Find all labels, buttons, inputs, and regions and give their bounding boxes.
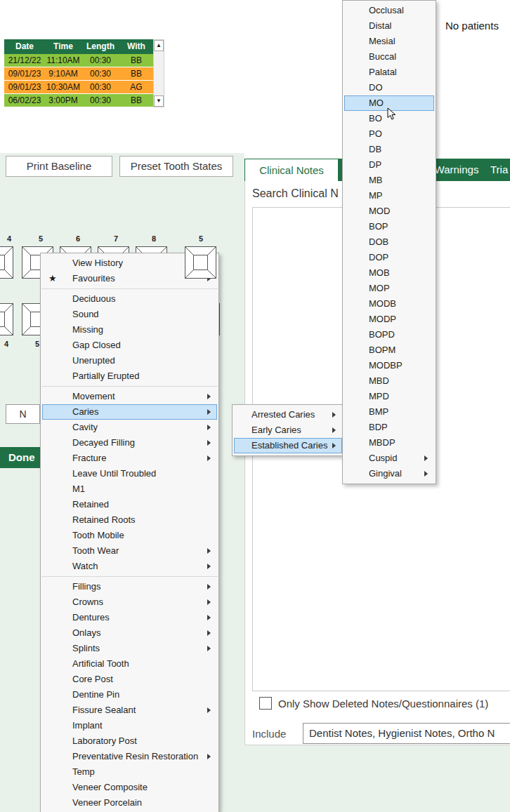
menu-item-label: Laboratory Post (72, 736, 137, 746)
menu-item-do[interactable]: DO (344, 80, 434, 95)
menu-item-label: MBD (369, 375, 389, 386)
partially-hidden-button[interactable]: N (6, 404, 40, 424)
appointment-cell: 00:30 (81, 94, 119, 107)
menu-item-caries[interactable]: Caries (42, 404, 217, 420)
menu-item-modbp[interactable]: MODBP (344, 358, 434, 373)
menu-item-mpd[interactable]: MPD (344, 389, 434, 404)
submenu-arrow-icon (207, 440, 211, 446)
scroll-up-icon[interactable]: ▲ (154, 40, 164, 51)
appointments-scrollbar[interactable]: ▲ ▼ (153, 39, 164, 107)
menu-item-watch[interactable]: Watch (42, 559, 217, 574)
menu-item-preventative-resin-restoration[interactable]: Preventative Resin Restoration (42, 749, 217, 764)
tab-clinical-notes[interactable]: Clinical Notes (244, 159, 339, 181)
menu-item-early-caries[interactable]: Early Caries (234, 422, 342, 438)
menu-item-artificial-tooth[interactable]: Artificial Tooth (42, 656, 217, 672)
menu-item-established-caries[interactable]: Established Caries (234, 438, 342, 453)
selected-tooth-shape[interactable] (185, 246, 216, 279)
menu-item-label: Retained (72, 499, 109, 510)
menu-item-laboratory-post[interactable]: Laboratory Post (42, 733, 217, 749)
submenu-arrow-icon (207, 630, 211, 636)
menu-item-occlusal[interactable]: Occlusal (344, 3, 434, 18)
lower-tooth-shape[interactable] (0, 303, 13, 335)
menu-item-crowns[interactable]: Crowns (42, 594, 217, 610)
menu-item-bopd[interactable]: BOPD (344, 327, 434, 342)
appointment-row[interactable]: 09/01/239:10AM00:30BB (4, 67, 153, 81)
menu-item-tooth-wear[interactable]: Tooth Wear (42, 543, 217, 559)
menu-item-veneer-composite[interactable]: Veneer Composite (42, 780, 217, 795)
menu-item-missing[interactable]: Missing (42, 322, 217, 338)
appointment-cell: 11:10AM (45, 54, 81, 67)
menu-item-partially-erupted[interactable]: Partially Erupted (42, 368, 217, 384)
menu-item-dob[interactable]: DOB (344, 234, 434, 250)
appointment-cell: 00:30 (81, 67, 119, 80)
appointment-cell: 09/01/23 (4, 67, 45, 80)
menu-item-label: MOP (369, 283, 390, 293)
menu-item-onlays[interactable]: Onlays (42, 625, 217, 641)
menu-item-m1[interactable]: M1 (42, 481, 217, 497)
menu-item-core-post[interactable]: Core Post (42, 672, 217, 687)
menu-item-mbd[interactable]: MBD (344, 373, 434, 389)
menu-item-gingival[interactable]: Gingival (344, 466, 434, 481)
appointment-row[interactable]: 09/01/2310:30AM00:30AG (4, 81, 153, 94)
menu-item-arrested-caries[interactable]: Arrested Caries (234, 407, 342, 422)
menu-item-cavity[interactable]: Cavity (42, 420, 217, 435)
menu-item-decayed-filling[interactable]: Decayed Filling (42, 435, 217, 451)
menu-item-retained[interactable]: Retained (42, 497, 217, 512)
upper-tooth-shape[interactable] (0, 246, 13, 279)
menu-item-mob[interactable]: MOB (344, 265, 434, 281)
tab-triage[interactable]: Tria (490, 159, 510, 181)
submenu-arrow-icon (207, 394, 211, 399)
scroll-down-icon[interactable]: ▼ (154, 95, 164, 107)
menu-item-splints[interactable]: Splints (42, 641, 217, 656)
menu-item-label: Watch (72, 561, 98, 571)
submenu-arrow-icon (424, 471, 428, 477)
menu-item-veneer-porcelain[interactable]: Veneer Porcelain (42, 795, 217, 811)
menu-item-modb[interactable]: MODB (344, 296, 434, 312)
menu-item-db[interactable]: DB (344, 142, 434, 157)
menu-item-mbdp[interactable]: MBDP (344, 435, 434, 451)
submenu-arrow-icon (207, 584, 211, 590)
menu-item-mesial[interactable]: Mesial (344, 34, 434, 49)
submenu-arrow-icon (332, 412, 336, 418)
menu-item-temp[interactable]: Temp (42, 764, 217, 780)
menu-item-tooth-mobile[interactable]: Tooth Mobile (42, 528, 217, 543)
menu-item-label: Cuspid (369, 453, 397, 463)
menu-item-dentine-pin[interactable]: Dentine Pin (42, 687, 217, 703)
menu-item-label: DOP (369, 252, 388, 262)
menu-item-retained-roots[interactable]: Retained Roots (42, 512, 217, 528)
include-notes-field[interactable]: Dentist Notes, Hygienist Notes, Ortho N (303, 723, 510, 744)
menu-item-bmp[interactable]: BMP (344, 404, 434, 420)
menu-item-po[interactable]: PO (344, 126, 434, 142)
menu-item-fracture[interactable]: Fracture (42, 451, 217, 466)
menu-item-dop[interactable]: DOP (344, 250, 434, 265)
menu-item-bopm[interactable]: BOPM (344, 342, 434, 358)
menu-item-buccal[interactable]: Buccal (344, 49, 434, 65)
menu-item-mb[interactable]: MB (344, 173, 434, 188)
menu-item-deciduous[interactable]: Deciduous (42, 291, 217, 307)
menu-item-dentures[interactable]: Dentures (42, 610, 217, 625)
menu-item-mp[interactable]: MP (344, 188, 434, 204)
menu-item-cuspid[interactable]: Cuspid (344, 451, 434, 466)
menu-item-bop[interactable]: BOP (344, 219, 434, 234)
show-deleted-checkbox[interactable] (259, 697, 272, 710)
print-baseline-button[interactable]: Print Baseline (6, 156, 112, 177)
menu-item-unerupted[interactable]: Unerupted (42, 353, 217, 368)
appointment-row[interactable]: 21/12/2211:10AM00:30BB (4, 54, 153, 67)
menu-item-sound[interactable]: Sound (42, 307, 217, 322)
menu-item-fillings[interactable]: Fillings (42, 579, 217, 594)
menu-item-dp[interactable]: DP (344, 157, 434, 173)
menu-item-mod[interactable]: MOD (344, 204, 434, 219)
menu-item-modp[interactable]: MODP (344, 312, 434, 327)
preset-tooth-states-button[interactable]: Preset Tooth States (119, 156, 233, 177)
menu-item-implant[interactable]: Implant (42, 718, 217, 733)
menu-item-mop[interactable]: MOP (344, 281, 434, 296)
menu-item-movement[interactable]: Movement (42, 389, 217, 404)
menu-item-bdp[interactable]: BDP (344, 420, 434, 435)
menu-item-fissure-sealant[interactable]: Fissure Sealant (42, 703, 217, 718)
menu-item-palatal[interactable]: Palatal (344, 65, 434, 80)
menu-item-distal[interactable]: Distal (344, 18, 434, 34)
menu-item-gap-closed[interactable]: Gap Closed (42, 338, 217, 353)
menu-item-leave-until-troubled[interactable]: Leave Until Troubled (42, 466, 217, 481)
menu-item-label: BO (369, 113, 382, 124)
appointment-row[interactable]: 06/02/233:00PM00:30BB (4, 94, 153, 107)
